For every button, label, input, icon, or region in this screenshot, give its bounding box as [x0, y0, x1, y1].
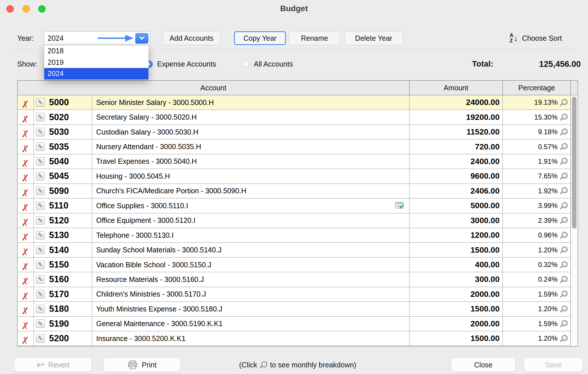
- magnifier-icon[interactable]: [560, 232, 568, 239]
- amount-cell[interactable]: 11520.00: [409, 125, 502, 139]
- edit-account-icon[interactable]: [36, 202, 45, 210]
- year-dropdown-chevron-button[interactable]: [135, 33, 148, 44]
- amount-cell[interactable]: 1500.00: [409, 331, 502, 346]
- all-accounts-label[interactable]: All Accounts: [254, 57, 293, 71]
- amount-cell[interactable]: 2000.00: [409, 317, 502, 331]
- revert-button[interactable]: Revert: [14, 358, 92, 372]
- amount-cell[interactable]: 720.00: [409, 139, 502, 154]
- magnifier-icon[interactable]: [560, 173, 568, 180]
- edit-account-icon[interactable]: [36, 261, 45, 269]
- magnifier-icon[interactable]: [560, 276, 568, 283]
- magnifier-icon[interactable]: [560, 291, 568, 298]
- delete-row-icon[interactable]: [23, 186, 28, 196]
- delete-row-icon[interactable]: [23, 98, 28, 107]
- delete-row-icon[interactable]: [23, 142, 28, 152]
- edit-account-icon[interactable]: [36, 128, 45, 136]
- delete-cell[interactable]: [18, 154, 34, 169]
- scrollbar-thumb[interactable]: [572, 97, 577, 229]
- expense-accounts-label[interactable]: Expense Accounts: [157, 57, 216, 71]
- amount-cell[interactable]: 9600.00: [409, 169, 502, 183]
- edit-account-icon[interactable]: [36, 305, 45, 313]
- edit-account-icon[interactable]: [36, 187, 45, 195]
- magnifier-icon[interactable]: [560, 217, 568, 224]
- magnifier-icon[interactable]: [560, 320, 568, 327]
- table-scrollbar[interactable]: [570, 96, 578, 346]
- delete-row-icon[interactable]: [23, 216, 28, 225]
- amount-cell[interactable]: 3000.00: [409, 213, 502, 228]
- amount-cell[interactable]: 5000.00: [409, 198, 502, 213]
- delete-cell[interactable]: [18, 287, 34, 301]
- edit-account-icon[interactable]: [36, 275, 45, 284]
- year-option-2024[interactable]: 2024: [44, 68, 148, 79]
- edit-account-icon[interactable]: [36, 320, 45, 328]
- magnifier-icon[interactable]: [560, 99, 568, 106]
- edit-account-icon[interactable]: [36, 216, 45, 225]
- close-button[interactable]: Close: [451, 358, 516, 372]
- delete-cell[interactable]: [18, 213, 34, 228]
- delete-cell[interactable]: [18, 184, 34, 198]
- choose-sort-button[interactable]: Choose Sort: [510, 31, 562, 45]
- save-button[interactable]: Save: [524, 358, 583, 372]
- amount-cell[interactable]: 400.00: [409, 258, 502, 272]
- magnifier-icon[interactable]: [560, 143, 568, 150]
- delete-row-icon[interactable]: [23, 274, 28, 284]
- delete-cell[interactable]: [18, 169, 34, 183]
- copy-year-button[interactable]: Copy Year: [234, 31, 286, 45]
- amount-cell[interactable]: 1200.00: [409, 228, 502, 242]
- year-option-2018[interactable]: 2018: [44, 45, 148, 57]
- delete-row-icon[interactable]: [23, 230, 28, 240]
- magnifier-icon[interactable]: [560, 335, 568, 342]
- delete-year-button[interactable]: Delete Year: [344, 31, 403, 45]
- delete-cell[interactable]: [18, 139, 34, 154]
- delete-cell[interactable]: [18, 302, 34, 316]
- magnifier-icon[interactable]: [560, 261, 568, 268]
- delete-row-icon[interactable]: [23, 112, 28, 122]
- amount-cell[interactable]: 19200.00: [409, 110, 502, 124]
- year-option-2019[interactable]: 2019: [44, 57, 148, 68]
- amount-cell[interactable]: 2406.00: [409, 184, 502, 198]
- edit-account-icon[interactable]: [36, 172, 45, 180]
- amount-cell[interactable]: 2400.00: [409, 154, 502, 169]
- delete-row-icon[interactable]: [23, 127, 28, 137]
- magnifier-icon[interactable]: [560, 187, 568, 194]
- delete-cell[interactable]: [18, 228, 34, 242]
- edit-account-icon[interactable]: [36, 246, 45, 254]
- amount-cell[interactable]: 2000.00: [409, 287, 502, 301]
- magnifier-icon[interactable]: [560, 305, 568, 313]
- delete-row-icon[interactable]: [23, 260, 28, 270]
- edit-account-icon[interactable]: [36, 113, 45, 121]
- all-accounts-radio[interactable]: [242, 61, 249, 68]
- edit-account-icon[interactable]: [36, 98, 45, 107]
- delete-cell[interactable]: [18, 317, 34, 331]
- delete-row-icon[interactable]: [23, 334, 28, 343]
- amount-cell[interactable]: 1500.00: [409, 302, 502, 316]
- delete-cell[interactable]: [18, 243, 34, 257]
- delete-row-icon[interactable]: [23, 201, 28, 211]
- delete-row-icon[interactable]: [23, 171, 28, 181]
- delete-row-icon[interactable]: [23, 157, 28, 166]
- edit-account-icon[interactable]: [36, 231, 45, 239]
- delete-row-icon[interactable]: [23, 289, 28, 299]
- edit-account-icon[interactable]: [36, 143, 45, 151]
- delete-cell[interactable]: [18, 95, 34, 110]
- amount-cell[interactable]: 24000.00: [409, 95, 502, 110]
- delete-row-icon[interactable]: [23, 304, 28, 314]
- delete-cell[interactable]: [18, 110, 34, 124]
- edit-account-icon[interactable]: [36, 290, 45, 298]
- rename-button[interactable]: Rename: [289, 31, 340, 45]
- magnifier-icon[interactable]: [560, 114, 568, 121]
- delete-cell[interactable]: [18, 258, 34, 272]
- edit-account-icon[interactable]: [36, 157, 45, 165]
- delete-cell[interactable]: [18, 125, 34, 139]
- print-button[interactable]: Print: [103, 358, 181, 372]
- magnifier-icon[interactable]: [560, 246, 568, 254]
- delete-row-icon[interactable]: [23, 245, 28, 255]
- amount-cell[interactable]: 1500.00: [409, 243, 502, 257]
- edit-account-icon[interactable]: [36, 334, 45, 343]
- magnifier-icon[interactable]: [560, 202, 568, 209]
- magnifier-icon[interactable]: [560, 158, 568, 165]
- delete-cell[interactable]: [18, 198, 34, 213]
- amount-cell[interactable]: 300.00: [409, 272, 502, 287]
- delete-cell[interactable]: [18, 272, 34, 287]
- magnifier-icon[interactable]: [560, 128, 568, 136]
